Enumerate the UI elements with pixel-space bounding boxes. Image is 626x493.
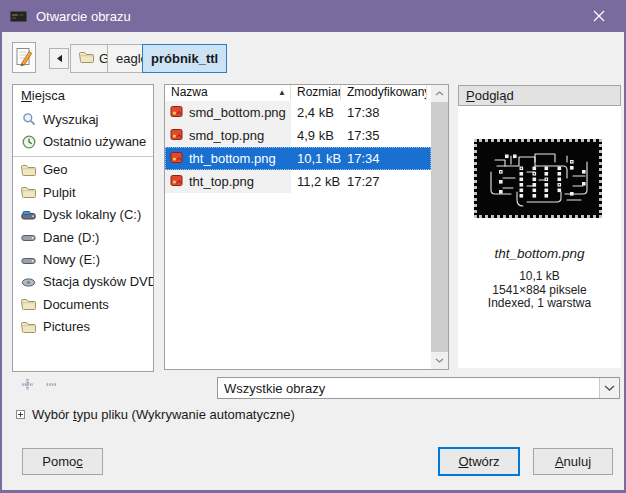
file-row-smd-bottom[interactable]: smd_bottom.png 2,4 kB 17:38 <box>165 101 431 124</box>
pencil-note-icon <box>16 46 33 70</box>
folder-icon <box>21 321 36 333</box>
filter-selected-value: Wszystkie obrazy <box>218 381 599 396</box>
sidebar-item-recent[interactable]: Ostatnio używane <box>13 130 153 152</box>
sidebar-item-label: Pulpit <box>43 185 76 200</box>
preview-color-mode: Indexed, 1 warstwa <box>458 296 621 310</box>
sidebar-item-label: Pictures <box>43 319 90 334</box>
search-icon <box>21 112 36 126</box>
file-row-tht-bottom-selected[interactable]: tht_bottom.png 10,1 kB 17:34 <box>165 147 431 170</box>
window-title: Otwarcie obrazu <box>36 9 131 24</box>
column-header-name[interactable]: Nazwa ▲ <box>165 85 291 100</box>
scroll-up-icon[interactable] <box>431 85 448 102</box>
expander-label: Wybór typu pliku (Wykrywanie automatyczn… <box>32 407 295 422</box>
places-header: Miejsca <box>13 85 153 108</box>
sidebar-item-label: Stacja dysków DVD R... <box>43 274 154 289</box>
column-header-modified[interactable]: Zmodyfikowany <box>341 85 427 100</box>
titlebar[interactable]: Otwarcie obrazu <box>0 0 626 32</box>
chevron-down-icon <box>599 378 619 398</box>
png-image-icon <box>170 105 183 121</box>
sidebar-item-label: Ostatnio używane <box>43 134 146 149</box>
sidebar-item-label: Dane (D:) <box>43 230 99 245</box>
file-row-tht-top[interactable]: tht_top.png 11,2 kB 17:27 <box>165 170 431 193</box>
breadcrumb-back-button[interactable] <box>49 48 69 69</box>
close-icon[interactable] <box>580 0 618 32</box>
sidebar-item-label: Documents <box>43 297 109 312</box>
sidebar-item-desktop[interactable]: Pulpit <box>13 181 153 203</box>
type-filename-button[interactable] <box>12 42 36 73</box>
dvd-drive-icon <box>21 276 36 288</box>
preview-filename: tht_bottom.png <box>458 246 621 261</box>
breadcrumb-probnik-ttl-active[interactable]: próbnik_ttl <box>142 44 227 73</box>
folder-icon <box>21 298 36 310</box>
open-button[interactable]: Otwórz <box>438 447 520 476</box>
file-list-header: Nazwa ▲ Rozmiar Zmodyfikowany <box>165 85 448 100</box>
folder-icon <box>21 164 36 176</box>
places-separator <box>13 156 153 157</box>
sidebar-item-drive-e[interactable]: Nowy (E:) <box>13 248 153 270</box>
help-button[interactable]: Pomoc <box>22 448 103 475</box>
preview-panel: tht_bottom.png 10,1 kB 1541×884 piksele … <box>458 106 621 368</box>
file-type-expander[interactable]: Wybór typu pliku (Wykrywanie automatyczn… <box>16 407 295 422</box>
sidebar-item-dvd-drive[interactable]: Stacja dysków DVD R... <box>13 271 153 293</box>
file-row-smd-top[interactable]: smd_top.png 4,9 kB 17:35 <box>165 124 431 147</box>
column-header-size[interactable]: Rozmiar <box>291 85 341 100</box>
sidebar-item-drive-d[interactable]: Dane (D:) <box>13 226 153 248</box>
file-rows: smd_bottom.png 2,4 kB 17:38 smd_top.png … <box>165 101 431 193</box>
preview-toggle[interactable]: Podgląd <box>458 85 621 106</box>
preview-filesize: 10,1 kB <box>458 269 621 283</box>
gimp-app-icon <box>10 11 27 22</box>
scrollbar-thumb[interactable] <box>431 102 448 352</box>
cancel-button[interactable]: Anuluj <box>533 448 613 475</box>
sidebar-item-label: Dysk lokalny (C:) <box>43 207 141 222</box>
drive-icon <box>21 231 36 243</box>
folder-icon <box>21 186 36 198</box>
sidebar-item-label: Nowy (E:) <box>43 252 100 267</box>
png-image-icon <box>170 151 183 167</box>
scroll-down-icon[interactable] <box>431 352 448 369</box>
folder-icon <box>79 51 94 66</box>
remove-bookmark-button[interactable] <box>44 377 58 391</box>
sidebar-item-documents[interactable]: Documents <box>13 293 153 315</box>
pcb-preview-image <box>474 139 602 218</box>
file-list: Nazwa ▲ Rozmiar Zmodyfikowany smd_bottom… <box>164 84 449 370</box>
sidebar-item-geo[interactable]: Geo <box>13 159 153 181</box>
sidebar-item-search[interactable]: Wyszukaj <box>13 108 153 130</box>
sidebar-item-drive-c[interactable]: Dysk lokalny (C:) <box>13 204 153 226</box>
recent-icon <box>21 135 36 149</box>
left-arrow-icon <box>56 51 63 66</box>
file-filter-dropdown[interactable]: Wszystkie obrazy <box>217 377 620 399</box>
preview-dimensions: 1541×884 piksele <box>458 283 621 297</box>
places-sidebar: Miejsca Wyszukaj Ostatnio używane Geo Pu… <box>12 84 154 372</box>
drive-icon <box>21 254 36 266</box>
drive-icon <box>21 209 36 221</box>
sort-ascending-icon: ▲ <box>278 85 290 100</box>
sidebar-item-label: Geo <box>43 162 68 177</box>
open-image-dialog: Otwarcie obrazu Geo eagle próbnik_ttl <box>0 0 626 493</box>
png-image-icon <box>170 128 183 144</box>
bookmark-bar <box>12 374 154 394</box>
expand-plus-icon <box>16 407 25 422</box>
png-image-icon <box>170 174 183 190</box>
breadcrumb-label: próbnik_ttl <box>151 51 218 66</box>
sidebar-item-pictures[interactable]: Pictures <box>13 316 153 338</box>
add-bookmark-button[interactable] <box>20 377 34 391</box>
file-list-scrollbar[interactable] <box>431 85 448 369</box>
sidebar-item-label: Wyszukaj <box>43 112 99 127</box>
